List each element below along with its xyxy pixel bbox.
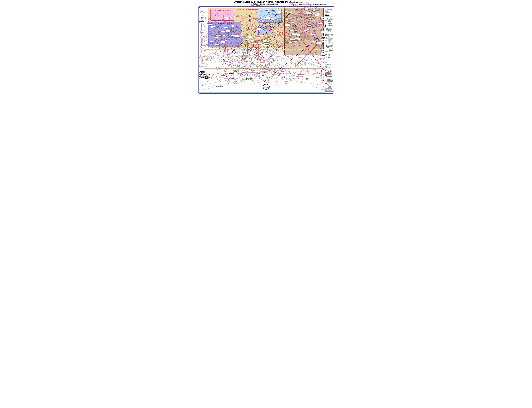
shape-ref: Unique Reference Number	[328, 56, 333, 59]
region-nucleus: Cell Nucleus - Genetics	[208, 22, 241, 47]
swatch-cytosol	[325, 64, 327, 65]
shape-inhqty: Inhibition by quantity of a Substance or…	[329, 53, 333, 56]
whole-cell-l1: WHOLE	[199, 55, 208, 57]
whole-cell-label: WHOLE CELL ACTIVITIES	[199, 55, 208, 60]
publisher-addr1: PO Box 14200	[251, 4, 256, 5]
folded2-icon	[325, 45, 327, 47]
thick-rect-icon	[325, 25, 327, 27]
organelle-icon	[325, 23, 328, 25]
footer-l1: Revised 28 May 2019	[216, 86, 225, 87]
page-url: www.LegendaryPharma.com/chartbg.html	[299, 3, 326, 5]
region-lysosome: Lysosome - Hydrolysis for recycling. Acc…	[210, 9, 234, 21]
ck-nucleus: Genetics, Cell Nucleus	[327, 62, 333, 63]
shape-process: Process, Action, or Change	[328, 20, 333, 22]
swatch-lysosome	[325, 69, 327, 70]
strip-upper	[204, 49, 324, 51]
macroautophagy-label: Macroautophagy	[248, 9, 258, 10]
swatch-harmful	[325, 81, 327, 82]
shape-ext: External Causes of Aging	[328, 31, 333, 33]
ck-cytosol: Cytosolic Processes	[327, 63, 333, 65]
ck-ecm: Extracellular Space & Matrix	[327, 72, 333, 74]
lysosome-sub: for recycling. Accumulation in nonmitoti…	[211, 11, 234, 12]
body-l5: & PATHOLOGY	[199, 77, 210, 79]
shape-key-legend: Shape Key Causal Sequence of Events or E…	[325, 8, 334, 59]
shape-inhby: Inhibition by Process or Thing	[329, 48, 333, 50]
ck-signaling: Signaling, Sensing or Metabolism	[327, 70, 333, 72]
body-l3: WHOLE BODY:	[199, 74, 210, 76]
shape-veryimpc: Very Important Process, Action, or Chang…	[328, 25, 333, 27]
ck-er: Endoplasmic Reticulum	[327, 67, 333, 68]
shape-key-title: Shape Key	[325, 8, 333, 10]
shape-disease: Disease, Pathology, Organ, Tissue, or Wh…	[327, 34, 333, 36]
region-ecm: Extracellular Spaces: ECM, Blood Plasma,…	[284, 8, 324, 55]
strip-lower	[204, 68, 324, 69]
swatch-sig2	[325, 86, 328, 88]
shape-organelle: Organelle or Compartment	[328, 23, 333, 25]
footer-l2: © 2000 - 2019 John D. Furber	[216, 87, 225, 88]
ck-disease: Diseases and Pathology	[327, 76, 333, 77]
er-title: Endoplasmic	[259, 26, 271, 28]
folded-icon	[325, 28, 327, 30]
arrow-open-icon	[325, 15, 329, 16]
region-mitochondria: Mitochondria in nonmitotic cell	[258, 9, 282, 23]
shape-enhbox: Enhancement by Process or Thing	[328, 39, 333, 42]
er-title2: Reticulum	[259, 28, 271, 29]
flag-icon	[325, 31, 328, 33]
ck-beneficial: Beneficial Process or Intervention	[327, 78, 333, 80]
color-key-footer: Revised 28 May 2019 © 2000 - 2019 John D…	[325, 88, 333, 91]
ck-mito: Mitochondria	[327, 66, 332, 66]
diagram-page: Systems Biology of Human Aging - Network…	[197, 0, 335, 105]
swatch-veryimp	[325, 74, 327, 76]
shape-consacc: Accumulated or Lost Type of thing; Conse…	[327, 44, 333, 47]
ck-fb: Harmful Feedback or Feedforward Loop	[327, 83, 333, 86]
whole-cell-l3: ACTIVITIES	[199, 59, 208, 60]
download-l1: Maintained updated online.	[268, 3, 278, 4]
arrow-thick-icon	[325, 13, 329, 13]
publisher-addr2: Gainesville, FL 32604-2200 USA	[251, 5, 262, 6]
shape-consenh: Consequence of Aging: Process, Action, o…	[327, 37, 333, 39]
swatch-ecm	[325, 72, 326, 74]
whole-cell-l2: CELL	[199, 57, 208, 59]
lysosome-title: Lysosome - Hydrolysis	[211, 9, 234, 11]
mito-sub: in nonmitotic cell	[258, 11, 281, 12]
swatch-fb	[325, 83, 327, 85]
shape-change: Change, Process, Action, or Compartment	[327, 17, 333, 20]
many-aging-node: Many other downstream effects of AGING	[263, 84, 270, 90]
shape-move: Movement, Transport, or Flow of things	[325, 16, 333, 17]
page-title: Systems Biology of Human Aging - Network…	[197, 0, 335, 3]
shape-inhof: Inhibition of a Process or Action	[329, 50, 333, 52]
footer-copy-left: Revised 28 May 2019 © 2000 - 2019 John D…	[216, 86, 225, 88]
download-note: Maintained updated online. Download the …	[268, 3, 278, 5]
rect-icon	[325, 18, 327, 20]
footer-l3: All rights reserved.	[216, 87, 225, 88]
body-label: TISSUE, ORGAN, & WHOLE BODY: PHYSIOLOGY …	[199, 70, 210, 79]
ck-veryimp: Very Important; Pay Attention	[327, 74, 333, 76]
arrow-icon	[325, 10, 329, 10]
mito-title: Mitochondria	[258, 9, 281, 11]
publisher-name: Legendary Pharmaceuticals	[251, 3, 262, 4]
ck-lysosome: Lysosome, Autophagy	[327, 68, 333, 70]
oval-icon	[325, 34, 327, 36]
shape-seq: Causal Sequence of Events or Enhancement	[325, 10, 333, 13]
shape-enhcomp: Enhancement by Compartment	[328, 42, 333, 44]
body-l1: TISSUE,	[199, 70, 210, 72]
trap-icon	[325, 37, 327, 39]
nucleus-title: Cell Nucleus - Genetics	[209, 22, 241, 24]
swatch-mito	[325, 65, 327, 67]
color-key-title: Color Key	[325, 60, 333, 61]
shape-moltype: A particular Molecule, Substance, or Typ…	[327, 27, 333, 31]
ck-sig2: Signaling, regulation	[328, 86, 333, 88]
swatch-signaling	[325, 70, 326, 72]
body-l2: ORGAN, &	[199, 72, 210, 74]
shape-veryimp: Very Important Pathway	[325, 14, 333, 15]
body-l4: PHYSIOLOGY	[199, 76, 210, 77]
color-key-legend: Color Key Genetics, Cell Nucleus Cytosol…	[325, 60, 334, 92]
round-rect-icon	[325, 20, 328, 22]
ck-harmful: Harmful Process or Intervention or Conse…	[327, 80, 333, 83]
swatch-er	[325, 67, 327, 68]
swatch-nucleus	[325, 62, 327, 63]
svg-rect-67	[318, 5, 320, 6]
swatch-beneficial	[325, 78, 327, 80]
swatch-disease	[325, 76, 327, 77]
ecm-title: Extracellular Spaces:	[285, 8, 323, 10]
